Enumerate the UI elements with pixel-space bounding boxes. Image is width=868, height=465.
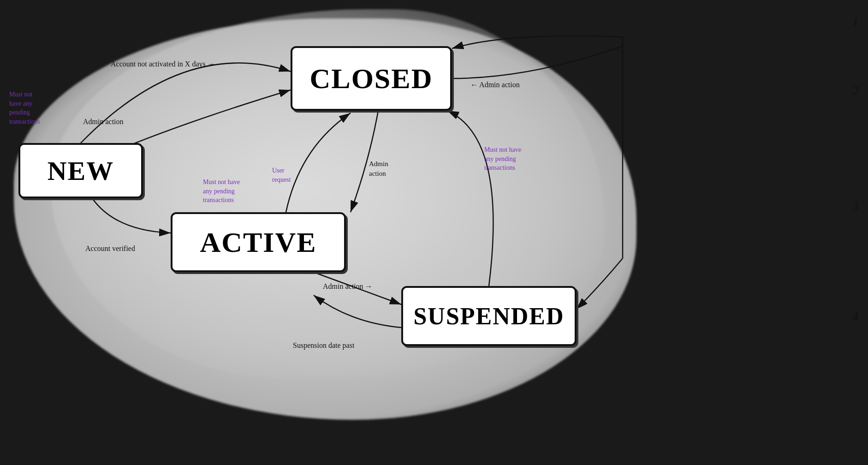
state-active: ACTIVE — [171, 212, 346, 272]
state-closed: CLOSED — [291, 46, 452, 111]
side-number-2: 2 — [852, 83, 859, 98]
state-suspended: SUSPENDED — [401, 286, 577, 346]
label-user-request: Userrequest — [272, 166, 291, 184]
side-number-1: 1 — [852, 14, 859, 29]
state-suspended-label: SUSPENDED — [413, 303, 564, 330]
state-new-label: NEW — [48, 155, 114, 186]
label-constraint-active: Must not haveany pendingtransactions — [203, 178, 240, 205]
state-closed-label: CLOSED — [310, 62, 433, 95]
label-admin-active-suspended: Admin action → — [323, 282, 373, 291]
label-constraint-suspended: Must not haveany pendingtransactions — [484, 145, 521, 173]
diagram-canvas: NEW CLOSED ACTIVE SUSPENDED Account not … — [0, 0, 868, 465]
label-suspension-date: Suspension date past — [293, 341, 354, 350]
state-new: NEW — [18, 143, 143, 198]
label-not-activated: Account not activated in X days → — [111, 60, 215, 68]
label-account-verified: Account verified — [85, 244, 135, 253]
side-number-3: 3 — [852, 198, 859, 213]
label-admin-closed-active: Adminaction — [369, 159, 388, 179]
label-constraint-new: Must nothave anypendingtransactions — [9, 90, 40, 126]
side-number-4: 4 — [852, 309, 859, 324]
label-admin-new-closed: Admin action — [83, 118, 124, 126]
state-active-label: ACTIVE — [200, 226, 316, 259]
label-admin-right: ← Admin action — [470, 81, 520, 89]
